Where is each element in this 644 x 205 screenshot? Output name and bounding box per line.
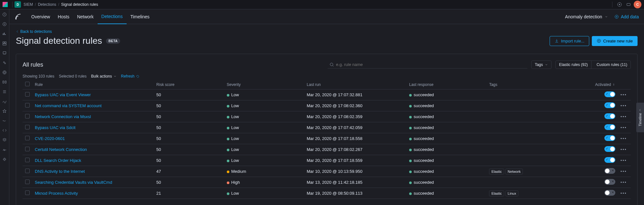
activated-toggle[interactable]: ✕ — [604, 190, 615, 196]
row-checkbox[interactable] — [25, 92, 30, 97]
tags-cell — [486, 133, 589, 144]
nav-visualize-icon[interactable] — [2, 31, 7, 36]
activated-toggle[interactable]: ✓ — [604, 91, 615, 97]
last-run: Mar 20, 2020 @ 17:08:02.359 — [304, 111, 407, 122]
activated-toggle[interactable]: ✓ — [604, 146, 615, 152]
activated-toggle[interactable]: ✓ — [604, 135, 615, 141]
last-run: Mar 19, 2020 @ 08:50:09.113 — [304, 188, 407, 199]
nav-monitoring-icon[interactable] — [2, 147, 7, 152]
row-checkbox[interactable] — [25, 180, 30, 184]
activated-toggle[interactable]: ✓ — [604, 102, 615, 108]
row-checkbox[interactable] — [25, 136, 30, 140]
row-actions-button[interactable]: ••• — [620, 103, 627, 108]
activated-toggle[interactable]: ✓ — [604, 157, 615, 163]
row-actions-button[interactable]: ••• — [620, 180, 627, 185]
row-checkbox[interactable] — [25, 114, 30, 118]
tab-detections[interactable]: Detections — [98, 9, 127, 24]
rules-table: Rule Risk score Severity Last run Last r… — [23, 80, 631, 199]
nav-ml-icon[interactable] — [2, 70, 7, 75]
nav-metrics-icon[interactable] — [2, 79, 7, 85]
tab-hosts[interactable]: Hosts — [54, 9, 73, 24]
col-risk[interactable]: Risk score — [154, 80, 224, 89]
nav-discover-icon[interactable] — [2, 22, 7, 27]
last-run: Mar 20, 2020 @ 17:07:32.881 — [304, 89, 407, 100]
nav-apm-icon[interactable] — [2, 99, 7, 104]
table-row: Certutil Network Connection 50 Low Mar 2… — [23, 144, 631, 155]
search-input[interactable] — [328, 61, 527, 69]
help-icon[interactable] — [616, 1, 623, 8]
col-severity[interactable]: Severity — [224, 80, 304, 89]
create-rule-button[interactable]: Create new rule — [592, 36, 638, 46]
nav-management-icon[interactable] — [2, 157, 7, 162]
activated-toggle[interactable]: ✓ — [604, 124, 615, 130]
bulk-actions-dropdown[interactable]: Bulk actions — [91, 74, 117, 79]
refresh-button[interactable]: Refresh — [121, 74, 139, 79]
rule-source-toggle[interactable]: Elastic rules (92) Custom rules (11) — [555, 61, 631, 69]
tab-network[interactable]: Network — [73, 9, 97, 24]
rule-link[interactable]: Searching Credential Vaults via VaultCmd — [35, 180, 112, 185]
user-avatar[interactable]: C — [634, 1, 641, 8]
app-icon[interactable]: D — [14, 1, 21, 8]
col-rule[interactable]: Rule — [32, 80, 154, 89]
rule-link[interactable]: DLL Search Order Hijack — [35, 158, 81, 163]
activated-toggle[interactable]: ✓ — [604, 113, 615, 119]
nav-recent-icon[interactable] — [2, 12, 7, 17]
timeline-flyout-toggle[interactable]: Timeline — [636, 103, 644, 132]
nav-stack-icon[interactable] — [2, 137, 7, 143]
row-checkbox[interactable] — [25, 103, 30, 107]
tags-cell — [486, 111, 589, 122]
rule-link[interactable]: Network Connection via Msxsl — [35, 114, 91, 119]
svg-rect-8 — [3, 52, 6, 54]
row-actions-button[interactable]: ••• — [620, 158, 627, 163]
rule-link[interactable]: Net command via SYSTEM account — [35, 103, 101, 108]
row-checkbox[interactable] — [25, 191, 30, 195]
row-actions-button[interactable]: ••• — [620, 136, 627, 141]
top-bar: D SIEM / Detections / Signal detection r… — [0, 0, 644, 9]
breadcrumb-siem[interactable]: SIEM — [24, 2, 33, 7]
tag: Elastic — [489, 191, 504, 196]
rule-link[interactable]: Certutil Network Connection — [35, 147, 87, 152]
row-checkbox[interactable] — [25, 125, 30, 129]
col-activated[interactable]: Activated — [589, 80, 618, 89]
row-checkbox[interactable] — [25, 158, 30, 162]
add-data-link[interactable]: Add data — [614, 14, 639, 19]
activated-toggle[interactable]: ✕ — [604, 168, 615, 174]
row-actions-button[interactable]: ••• — [620, 114, 627, 119]
tags-filter[interactable]: Tags — [531, 61, 552, 69]
nav-logs-icon[interactable] — [2, 89, 7, 94]
select-all-checkbox[interactable] — [25, 82, 30, 86]
tab-overview[interactable]: Overview — [27, 9, 54, 24]
col-last-run[interactable]: Last run — [304, 80, 407, 89]
nav-dashboard-icon[interactable] — [2, 41, 7, 46]
back-link[interactable]: Back to detections — [16, 29, 638, 34]
row-actions-button[interactable]: ••• — [620, 125, 627, 130]
row-checkbox[interactable] — [25, 169, 30, 173]
nav-siem-icon[interactable] — [2, 118, 7, 123]
row-checkbox[interactable] — [25, 147, 30, 151]
row-actions-button[interactable]: ••• — [620, 147, 627, 152]
col-last-response[interactable]: Last response — [407, 80, 486, 89]
import-rule-button[interactable]: Import rule... — [550, 36, 589, 46]
rule-link[interactable]: Bypass UAC via Event Viewer — [35, 92, 91, 97]
risk-score: 50 — [154, 122, 224, 133]
last-response: succeeded — [407, 111, 486, 122]
nav-maps-icon[interactable] — [2, 60, 7, 65]
rule-link[interactable]: Mknod Process Activity — [35, 191, 78, 196]
breadcrumb-detections[interactable]: Detections — [38, 2, 56, 7]
row-actions-button[interactable]: ••• — [620, 92, 627, 97]
rule-link[interactable]: CVE-2020-0601 — [35, 136, 65, 141]
tab-timelines[interactable]: Timelines — [127, 9, 153, 24]
activated-toggle[interactable]: ✕ — [604, 179, 615, 185]
rule-link[interactable]: Bypass UAC via Sdclt — [35, 125, 75, 130]
svg-rect-2 — [627, 4, 630, 6]
nav-dev-icon[interactable] — [2, 128, 7, 133]
row-actions-button[interactable]: ••• — [620, 191, 627, 196]
col-tags[interactable]: Tags — [486, 80, 589, 89]
rule-link[interactable]: DNS Activity to the Internet — [35, 169, 85, 174]
nav-canvas-icon[interactable] — [2, 51, 7, 56]
row-actions-button[interactable]: ••• — [620, 169, 627, 174]
nav-uptime-icon[interactable] — [2, 108, 7, 114]
anomaly-detection-dropdown[interactable]: Anomaly detection — [565, 14, 608, 19]
kibana-logo-icon[interactable] — [3, 2, 8, 7]
newsfeed-icon[interactable] — [625, 1, 632, 8]
